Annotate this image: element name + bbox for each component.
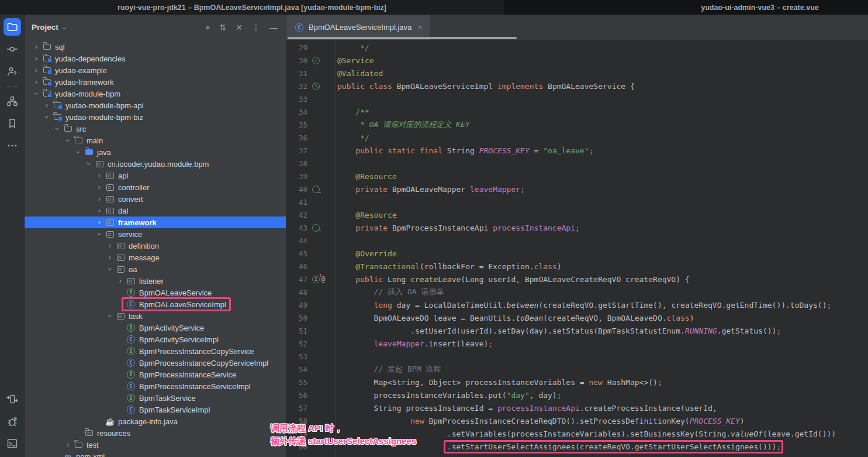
collapse-all-icon[interactable]: ✕ bbox=[236, 23, 243, 32]
line-number[interactable]: 32 bbox=[286, 82, 307, 91]
tree-item-BpmActivityServiceImpl[interactable]: ›CBpmActivityServiceImpl bbox=[25, 334, 286, 345]
code-line-51[interactable]: 51 .setUserId(userId).setDay(day).setSta… bbox=[286, 324, 868, 337]
tree-item-BpmOALeaveService[interactable]: ›IBpmOALeaveService bbox=[25, 287, 286, 298]
implements-icon[interactable]: I@ bbox=[307, 276, 336, 283]
code-line-55[interactable]: 55 Map<String, Object> processInstanceVa… bbox=[286, 376, 868, 389]
tree-item-task[interactable]: ›task bbox=[25, 310, 286, 322]
line-number[interactable]: 43 bbox=[286, 224, 307, 232]
line-number[interactable]: 55 bbox=[286, 378, 307, 387]
code-line-38[interactable]: 38 bbox=[286, 157, 868, 170]
line-number[interactable]: 54 bbox=[286, 365, 307, 374]
code-line-43[interactable]: 43 private BpmProcessInstanceApi process… bbox=[286, 221, 868, 234]
spring-bean-icon[interactable] bbox=[307, 83, 336, 90]
pull-requests-icon[interactable]: ? bbox=[4, 63, 21, 80]
line-number[interactable]: 44 bbox=[286, 236, 307, 245]
code-line-32[interactable]: 32public class BpmOALeaveServiceImpl imp… bbox=[286, 80, 868, 92]
structure-icon[interactable] bbox=[4, 92, 21, 110]
project-panel-title[interactable]: Project bbox=[32, 23, 58, 32]
tree-item-definition[interactable]: ›definition bbox=[25, 240, 286, 252]
chevron-down-icon[interactable]: › bbox=[33, 89, 40, 98]
tree-item-sql[interactable]: ›sql bbox=[25, 41, 286, 53]
line-number[interactable]: 45 bbox=[286, 249, 307, 258]
code-line-45[interactable]: 45 @Override bbox=[286, 247, 868, 260]
code-line-47[interactable]: 47I@ public Long createLeave(Long userId… bbox=[286, 273, 868, 286]
code-line-33[interactable]: 33 bbox=[286, 92, 868, 105]
line-number[interactable]: 53 bbox=[286, 352, 307, 361]
chevron-down-icon[interactable]: › bbox=[43, 112, 50, 122]
line-number[interactable]: 50 bbox=[286, 314, 307, 322]
code-editor[interactable]: 29 */30✓@Service31@Validated32public cla… bbox=[286, 40, 868, 457]
tree-item-java[interactable]: ›java bbox=[25, 146, 286, 158]
chevron-right-icon[interactable]: › bbox=[105, 242, 115, 249]
tree-item-pom.xml[interactable]: ›mpom.xml bbox=[25, 451, 286, 457]
tree-item-framework[interactable]: ›framework bbox=[25, 217, 286, 228]
tree-item-yudao-module-bpm-api[interactable]: ›yudao-module-bpm-api bbox=[25, 99, 286, 111]
code-line-37[interactable]: 37 public static final String PROCESS_KE… bbox=[286, 144, 868, 157]
code-line-56[interactable]: 56 processInstanceVariables.put("day", d… bbox=[286, 389, 868, 401]
line-number[interactable]: 46 bbox=[286, 262, 307, 271]
tab-scrollbar[interactable] bbox=[288, 37, 517, 39]
line-number[interactable]: 33 bbox=[286, 95, 307, 104]
code-line-52[interactable]: 52 leaveMapper.insert(leave); bbox=[286, 337, 868, 350]
tree-item-resources[interactable]: ›resources bbox=[25, 427, 286, 439]
line-number[interactable]: 40 bbox=[286, 185, 307, 194]
code-line-31[interactable]: 31@Validated bbox=[286, 67, 868, 80]
tree-item-cn.iocoder.yudao.module.bpm[interactable]: ›cn.iocoder.yudao.module.bpm bbox=[25, 158, 286, 170]
tree-item-oa[interactable]: ›oa bbox=[25, 263, 286, 275]
autowired-icon[interactable] bbox=[307, 224, 336, 232]
chevron-down-icon[interactable]: › bbox=[85, 159, 92, 169]
code-line-44[interactable]: 44 bbox=[286, 234, 868, 247]
code-line-39[interactable]: 39 @Resource bbox=[286, 170, 868, 183]
code-line-36[interactable]: 36 */ bbox=[286, 131, 868, 144]
line-number[interactable]: 52 bbox=[286, 339, 307, 348]
chevron-right-icon[interactable]: › bbox=[95, 219, 104, 226]
tree-item-package-info.java[interactable]: ›☕package-info.java bbox=[25, 415, 286, 427]
tree-item-yudao-dependencies[interactable]: ›yudao-dependencies bbox=[25, 53, 286, 64]
more-tools-icon[interactable] bbox=[4, 137, 21, 154]
line-number[interactable]: 36 bbox=[286, 133, 307, 142]
spring-bean-check-icon[interactable]: ✓ bbox=[307, 57, 336, 64]
chevron-down-icon[interactable]: › bbox=[106, 264, 113, 274]
code-line-35[interactable]: 35 * OA 请假对应的流程定义 KEY bbox=[286, 118, 868, 131]
chevron-right-icon[interactable]: › bbox=[95, 172, 104, 179]
chevron-right-icon[interactable]: › bbox=[32, 67, 41, 74]
tree-item-api[interactable]: ›api bbox=[25, 170, 286, 181]
chevron-right-icon[interactable]: › bbox=[116, 277, 125, 284]
terminal-icon[interactable] bbox=[4, 435, 21, 452]
code-line-48[interactable]: 48 // 插入 OA 请假单 bbox=[286, 286, 868, 298]
line-number[interactable]: 34 bbox=[286, 108, 307, 116]
tree-item-message[interactable]: ›message bbox=[25, 252, 286, 263]
locate-file-icon[interactable]: ⌖ bbox=[206, 23, 210, 32]
tree-item-BpmTaskService[interactable]: ›IBpmTaskService bbox=[25, 392, 286, 404]
line-number[interactable]: 48 bbox=[286, 288, 307, 297]
code-line-57[interactable]: 57 String processInstanceId = processIns… bbox=[286, 401, 868, 414]
chevron-right-icon[interactable]: › bbox=[95, 184, 104, 191]
chevron-right-icon[interactable]: › bbox=[95, 207, 104, 214]
line-number[interactable]: 41 bbox=[286, 198, 307, 207]
line-number[interactable]: 38 bbox=[286, 159, 307, 168]
tree-item-BpmTaskServiceImpl[interactable]: ›CBpmTaskServiceImpl bbox=[25, 404, 286, 415]
code-line-53[interactable]: 53 bbox=[286, 350, 868, 363]
tree-item-BpmProcessInstanceServiceImpl[interactable]: ›CBpmProcessInstanceServiceImpl bbox=[25, 380, 286, 392]
code-line-46[interactable]: 46 @Transactional(rollbackFor = Exceptio… bbox=[286, 260, 868, 273]
project-tree[interactable]: ›sql›yudao-dependencies›yudao-example›yu… bbox=[25, 40, 286, 457]
tree-item-BpmOALeaveServiceImpl[interactable]: ›CBpmOALeaveServiceImpl bbox=[25, 298, 286, 310]
tree-item-BpmProcessInstanceCopyService[interactable]: ›IBpmProcessInstanceCopyService bbox=[25, 345, 286, 357]
chevron-right-icon[interactable]: › bbox=[42, 102, 51, 109]
chevron-right-icon[interactable]: › bbox=[32, 43, 41, 50]
code-line-34[interactable]: 34 /** bbox=[286, 105, 868, 118]
chevron-right-icon[interactable]: › bbox=[63, 441, 72, 448]
line-number[interactable]: 49 bbox=[286, 301, 307, 310]
hide-panel-icon[interactable]: — bbox=[269, 23, 278, 32]
code-line-29[interactable]: 29 */ bbox=[286, 41, 868, 54]
code-line-50[interactable]: 50 BpmOALeaveDO leave = BeanUtils.toBean… bbox=[286, 311, 868, 324]
line-number[interactable]: 56 bbox=[286, 391, 307, 400]
tree-item-main[interactable]: ›main bbox=[25, 135, 286, 146]
tree-item-src[interactable]: ›src bbox=[25, 123, 286, 135]
tree-item-yudao-module-bpm-biz[interactable]: ›yudao-module-bpm-biz bbox=[25, 111, 286, 123]
tree-item-BpmProcessInstanceService[interactable]: ›IBpmProcessInstanceService bbox=[25, 369, 286, 380]
code-line-42[interactable]: 42 @Resource bbox=[286, 208, 868, 221]
expand-all-icon[interactable]: ⇅ bbox=[220, 23, 227, 32]
tree-item-test[interactable]: ›test bbox=[25, 439, 286, 451]
tree-item-BpmActivityService[interactable]: ›IBpmActivityService bbox=[25, 322, 286, 334]
